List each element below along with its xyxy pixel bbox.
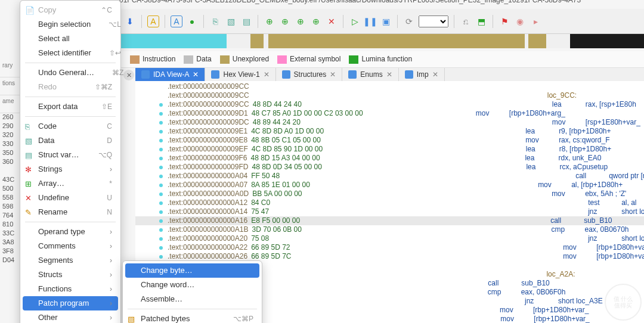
address-row[interactable]: 3A8 [0,238,21,247]
menu-redo[interactable]: Redo⇧⌘Z [20,80,120,94]
address-row[interactable] [0,167,21,176]
address-row[interactable]: 290 [0,122,21,131]
toolbar-refresh-icon[interactable]: ⟳ [403,15,415,27]
address-row[interactable]: 764 [0,212,21,220]
address-row[interactable]: 33C [0,229,21,238]
menu-select-identifier[interactable]: Select identifier⇧↩ [20,46,120,60]
address-row[interactable]: 360 [0,158,21,167]
menu-strings[interactable]: ✻Strings› [20,162,120,176]
tab-icon [141,70,150,79]
code-line[interactable]: .text:00000000000009DC48 89 44 24 20mov … [135,118,644,127]
toolbar-stop-icon[interactable]: ▣ [380,15,392,27]
code-line[interactable]: .text:0000000000000A2266 89 5D 72mov [rb… [135,243,644,252]
toolbar-misc3[interactable]: ◉ [514,15,526,27]
address-row[interactable]: 43C [0,176,21,185]
address-row[interactable]: 810 [0,220,21,229]
menu-comments[interactable]: Comments› [20,239,120,253]
toolbar-arrow-down[interactable]: ⬇ [124,15,136,27]
patched-icon: ▧ [128,314,137,323]
toolbar-struct-icon[interactable]: ▤ [240,15,252,27]
code-line[interactable]: .text:0000000000000A16E8 F5 00 00 00call… [135,216,644,225]
toolbar-run-icon[interactable]: ▷ [349,15,361,27]
toolbar-plus-green3[interactable]: ⊕ [295,15,306,27]
address-row[interactable]: 558 [0,194,21,203]
toolbar-dropdown[interactable] [419,15,448,27]
toolbar-pause-icon[interactable]: ❚❚ [364,15,376,27]
tab-hex-view-1[interactable]: Hex View-1✕ [205,68,275,81]
submenu-patched-bytes[interactable]: ▧Patched bytes⌥⌘P [123,312,262,323]
code-line[interactable]: .text:00000000000009FD48 8D 0D 34 05 00 … [135,163,644,172]
tab-close-icon[interactable]: ✕ [330,70,336,79]
menu-struct-var[interactable]: ▤Struct var…⌥Q [20,148,120,162]
address-row[interactable]: 320 [0,131,21,140]
toolbar-cross-red[interactable]: ✕ [326,15,338,27]
code-line[interactable]: .text:0000000000000A04FF 50 48call qword… [135,172,644,181]
code-line[interactable]: .text:00000000000009CC [135,82,644,91]
menu-segments[interactable]: Segments› [20,253,120,268]
tab-structures[interactable]: Structures✕ [276,68,343,81]
address-row[interactable]: D04 [0,256,21,265]
menu-export-data[interactable]: Export data⇧E [20,100,120,114]
menu-code[interactable]: ⎘CodeC [20,119,120,133]
code-line[interactable]: .text:00000000000009F648 8D 15 A3 04 00 … [135,154,644,163]
address-row[interactable]: 330 [0,140,21,149]
tab-close-icon[interactable]: ✕ [386,70,392,79]
code-line[interactable]: .text:0000000000000A1284 C0test al, al [135,198,644,207]
toolbar-text-a[interactable]: A [147,15,159,27]
code-line[interactable]: .text:0000000000000A2666 89 5D 7Cmov [rb… [135,252,644,261]
toolbar-misc1[interactable]: ⎌ [460,15,472,27]
menu-rename[interactable]: ✎RenameN [20,205,120,219]
address-row[interactable]: 598 [0,203,21,212]
tab-close-icon[interactable]: ✕ [193,70,199,79]
tab-imp[interactable]: Imp✕ [399,68,445,81]
address-row[interactable]: 260 [0,113,21,122]
menu-undo[interactable]: Undo General…⌘Z [20,66,120,80]
code-line[interactable]: .text:00000000000009D148 C7 85 A0 1D 00 … [135,109,644,118]
toolbar-plus-green2[interactable]: ⊕ [279,15,291,27]
toolbar-flag-icon[interactable]: ⚑ [499,15,510,27]
menu-patch-program[interactable]: Patch program› [23,296,118,310]
code-line[interactable]: .text:00000000000009CCloc_9CC: [135,91,644,100]
code-line[interactable]: .text:0000000000000A1475 47jnz short loc… [135,207,644,216]
toolbar-code-icon[interactable]: ⎘ [209,15,221,27]
menu-data[interactable]: ▧DataD [20,133,120,148]
tab-enums[interactable]: Enums✕ [342,68,398,81]
toolbar-plus-green4[interactable]: ⊕ [310,15,322,27]
menu-begin-selection[interactable]: Begin selection⌥L [20,17,120,32]
panel-close-button[interactable]: ✕ [123,70,134,80]
tab-close-icon[interactable]: ✕ [432,70,438,79]
menu-structs[interactable]: Structs› [20,268,120,282]
address-row[interactable]: 500 [0,185,21,194]
submenu-assemble[interactable]: Assemble… [123,292,262,306]
tab-close-icon[interactable]: ✕ [264,70,270,79]
toolbar-data-icon[interactable]: ▧ [225,15,237,27]
code-line[interactable]: .text:00000000000009EF4C 8D 85 90 1D 00 … [135,145,644,154]
toolbar-box-a[interactable]: A [171,15,182,27]
toolbar-misc2[interactable]: ⬒ [475,15,487,27]
submenu-change-byte[interactable]: Change byte… [125,263,259,278]
navigation-overview-bar[interactable] [119,34,644,48]
menu-functions[interactable]: Functions› [20,282,120,296]
menu-copy[interactable]: 📄Copy⌃C [20,3,120,17]
toolbar-circle-green[interactable]: ● [186,15,198,27]
menu-undefine[interactable]: ✕UndefineU [20,191,120,205]
code-line[interactable]: .text:0000000000000A2075 08jnz short loc… [135,234,644,243]
menu-other[interactable]: Other› [20,310,120,323]
code-line[interactable]: .text:0000000000000A1B3D 70 06 0B 00cmp … [135,225,644,234]
menu-select-all[interactable]: Select all [20,32,120,46]
toolbar-plus-green1[interactable]: ⊕ [264,15,275,27]
menu-array[interactable]: ⊞Array…* [20,176,120,191]
code-line[interactable]: .text:00000000000009E848 8B 05 C1 05 00 … [135,136,644,145]
tab-ida-view-a[interactable]: IDA View-A✕ [135,68,205,81]
address-row[interactable]: 3F8 [0,247,21,256]
address-row[interactable]: 350 [0,149,21,158]
code-line[interactable]: .text:0000000000000A0DBB 5A 00 00 00mov … [135,190,644,198]
tab-label: IDA View-A [153,70,189,79]
code-line[interactable]: .text:0000000000000A078A 85 1E 01 00 00m… [135,181,644,190]
context-menu-patch-submenu: Change byte… Change word… Assemble… ▧Pat… [122,260,262,323]
submenu-change-word[interactable]: Change word… [123,278,262,292]
code-line[interactable]: .text:00000000000009E14C 8D 8D A0 1D 00 … [135,127,644,136]
code-line[interactable]: .text:00000000000009CC48 8D 44 24 40lea … [135,100,644,109]
toolbar-misc4[interactable]: ▸ [530,15,541,27]
menu-operand-type[interactable]: Operand type› [20,225,120,239]
